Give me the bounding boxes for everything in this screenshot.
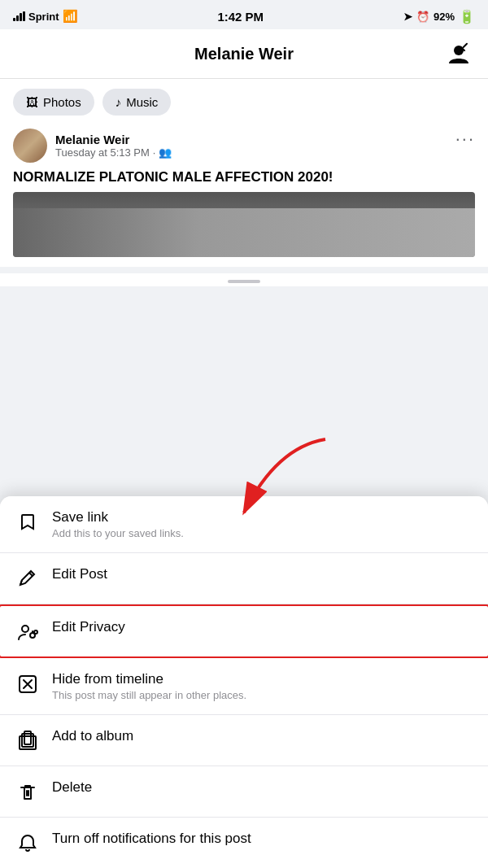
album-icon bbox=[16, 730, 39, 752]
pencil-icon bbox=[16, 568, 39, 591]
battery-percent: 92% bbox=[434, 11, 455, 23]
notifications-text: Turn off notifications for this post bbox=[52, 831, 251, 847]
status-bar: Sprint 📶 1:42 PM ➤ ⏰ 92% 🔋 bbox=[0, 0, 488, 29]
wifi-icon: 📶 bbox=[63, 9, 78, 24]
notifications-label: Turn off notifications for this post bbox=[52, 831, 251, 847]
photos-label: Photos bbox=[43, 95, 81, 109]
carrier-signal: Sprint 📶 bbox=[13, 9, 78, 24]
drag-bar-area bbox=[0, 273, 488, 286]
post-time: Tuesday at 5:13 PM bbox=[55, 146, 150, 159]
privacy-icon bbox=[16, 621, 39, 643]
add-album-label: Add to album bbox=[52, 728, 133, 744]
signal-bars bbox=[13, 11, 25, 21]
music-pill[interactable]: ♪ Music bbox=[102, 89, 172, 116]
page-title: Melanie Weir bbox=[46, 45, 442, 63]
edit-profile-icon bbox=[446, 41, 472, 67]
post-time-row: Tuesday at 5:13 PM · 👥 bbox=[55, 146, 172, 159]
carrier-name: Sprint bbox=[28, 11, 59, 23]
status-indicators: ➤ ⏰ 92% 🔋 bbox=[403, 9, 475, 24]
svg-point-3 bbox=[22, 626, 28, 632]
battery-icon: 🔋 bbox=[459, 9, 475, 24]
edit-privacy-label: Edit Privacy bbox=[52, 619, 125, 635]
bottom-sheet: Save link Add this to your saved links. … bbox=[0, 496, 488, 868]
svg-rect-1 bbox=[462, 42, 468, 48]
audience-icon: 👥 bbox=[159, 146, 172, 159]
menu-item-add-album[interactable]: Add to album bbox=[0, 715, 488, 766]
edit-privacy-text: Edit Privacy bbox=[52, 619, 125, 635]
menu-item-hide-timeline[interactable]: Hide from timeline This post may still a… bbox=[0, 658, 488, 715]
photos-pill[interactable]: 🖼 Photos bbox=[13, 89, 94, 116]
drag-bar bbox=[228, 280, 260, 283]
pills-row: 🖼 Photos ♪ Music bbox=[13, 89, 475, 116]
hide-timeline-sublabel: This post may still appear in other plac… bbox=[52, 689, 246, 701]
hide-icon bbox=[16, 673, 39, 696]
save-link-label: Save link bbox=[52, 509, 184, 526]
menu-item-edit-post[interactable]: Edit Post bbox=[0, 553, 488, 604]
menu-item-delete[interactable]: Delete bbox=[0, 766, 488, 818]
menu-item-edit-privacy[interactable]: Edit Privacy bbox=[0, 604, 488, 658]
more-options-button[interactable]: ··· bbox=[455, 129, 475, 150]
photos-icon: 🖼 bbox=[26, 95, 38, 109]
bell-icon bbox=[16, 832, 39, 855]
edit-profile-button[interactable] bbox=[442, 37, 475, 70]
post-author-name: Melanie Weir bbox=[55, 133, 172, 146]
menu-item-turn-off-notifications[interactable]: Turn off notifications for this post bbox=[0, 818, 488, 868]
music-label: Music bbox=[126, 95, 158, 109]
trash-icon bbox=[16, 781, 39, 804]
alarm-icon: ⏰ bbox=[416, 11, 429, 23]
hide-timeline-label: Hide from timeline bbox=[52, 671, 246, 687]
post-text: NORMALIZE PLATONIC MALE AFFECTION 2020! bbox=[13, 169, 475, 185]
menu-item-save-link[interactable]: Save link Add this to your saved links. bbox=[0, 496, 488, 553]
post-image-faces bbox=[13, 208, 475, 257]
profile-content: 🖼 Photos ♪ Music Melanie Weir Tuesday at… bbox=[0, 79, 488, 273]
post-image bbox=[13, 192, 475, 257]
save-link-text: Save link Add this to your saved links. bbox=[52, 509, 184, 539]
bookmark-icon bbox=[16, 511, 39, 534]
music-icon: ♪ bbox=[115, 95, 122, 109]
hide-timeline-text: Hide from timeline This post may still a… bbox=[52, 671, 246, 701]
save-link-sublabel: Add this to your saved links. bbox=[52, 527, 184, 539]
post-author-row: Melanie Weir Tuesday at 5:13 PM · 👥 bbox=[13, 129, 172, 163]
svg-point-5 bbox=[34, 630, 37, 634]
post-meta: Melanie Weir Tuesday at 5:13 PM · 👥 bbox=[55, 133, 172, 159]
edit-post-label: Edit Post bbox=[52, 566, 107, 582]
separator: · bbox=[153, 146, 156, 159]
delete-text: Delete bbox=[52, 779, 92, 796]
delete-label: Delete bbox=[52, 779, 92, 796]
location-icon: ➤ bbox=[403, 11, 412, 23]
avatar bbox=[13, 129, 47, 163]
profile-header: Melanie Weir bbox=[0, 29, 488, 79]
status-time: 1:42 PM bbox=[217, 10, 264, 24]
add-album-text: Add to album bbox=[52, 728, 133, 744]
edit-post-text: Edit Post bbox=[52, 566, 107, 582]
post-header: Melanie Weir Tuesday at 5:13 PM · 👥 ··· bbox=[13, 129, 475, 163]
